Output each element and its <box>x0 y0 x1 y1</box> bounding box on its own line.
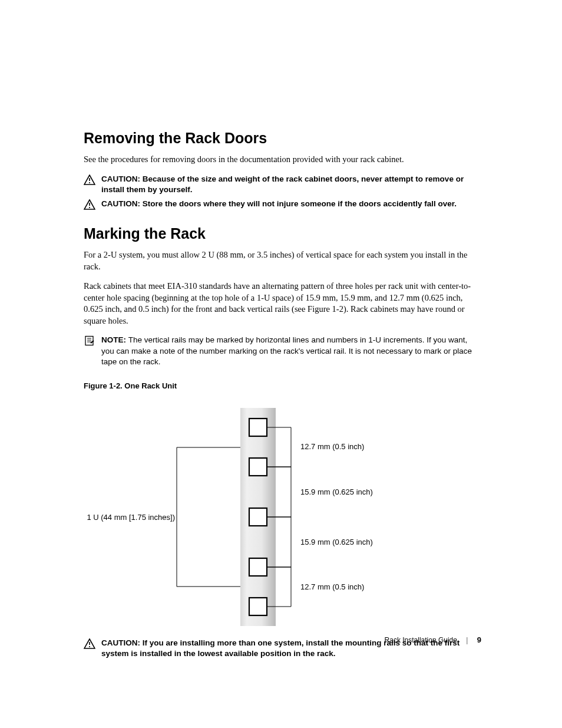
figure-label-dim: 12.7 mm (0.5 inch) <box>300 442 364 451</box>
caution-text: CAUTION: Store the doors where they will… <box>99 199 457 209</box>
footer-separator: | <box>466 636 468 644</box>
figure-caption: Figure 1-2. One Rack Unit <box>84 381 481 390</box>
figure-one-rack-unit: 1 U (44 mm [1.75 inches]) 12.7 mm (0.5 i… <box>84 408 481 626</box>
figure-label-dim: 15.9 mm (0.625 inch) <box>300 487 373 496</box>
svg-rect-13 <box>249 508 267 526</box>
caution-admonition: CAUTION: Because of the size and weight … <box>84 174 481 195</box>
caution-body: Store the doors where they will not inju… <box>143 199 457 208</box>
svg-point-5 <box>89 207 90 208</box>
svg-rect-6 <box>85 337 93 345</box>
caution-icon <box>84 199 99 210</box>
paragraph: See the procedures for removing doors in… <box>84 154 481 166</box>
note-label: NOTE: <box>101 335 128 344</box>
heading-marking-the-rack: Marking the Rack <box>84 225 481 242</box>
note-text: NOTE: The vertical rails may be marked b… <box>99 335 481 367</box>
footer-title: Rack Installation Guide <box>385 636 457 644</box>
svg-rect-15 <box>249 598 267 615</box>
note-body: The vertical rails may be marked by hori… <box>101 335 472 365</box>
caution-admonition: CAUTION: Store the doors where they will… <box>84 199 481 210</box>
paragraph: Rack cabinets that meet EIA-310 standard… <box>84 281 481 327</box>
caution-label: CAUTION: <box>101 638 143 647</box>
figure-label-dim: 15.9 mm (0.625 inch) <box>300 538 373 546</box>
caution-text: CAUTION: Because of the size and weight … <box>99 174 481 195</box>
paragraph: For a 2-U system, you must allow 2 U (88… <box>84 249 481 272</box>
caution-icon <box>84 638 99 649</box>
footer-page-number: 9 <box>477 635 481 644</box>
caution-label: CAUTION: <box>101 199 143 208</box>
figure-label-dim: 12.7 mm (0.5 inch) <box>300 582 364 591</box>
caution-icon <box>84 174 99 185</box>
svg-point-33 <box>89 646 90 647</box>
note-icon <box>84 335 99 346</box>
page-footer: Rack Installation Guide | 9 <box>385 635 481 644</box>
page-content: Removing the Rack Doors See the procedur… <box>0 0 562 659</box>
svg-rect-12 <box>249 458 267 476</box>
svg-point-2 <box>89 182 90 183</box>
svg-rect-11 <box>249 419 267 436</box>
note-admonition: NOTE: The vertical rails may be marked b… <box>84 335 481 367</box>
caution-label: CAUTION: <box>101 174 143 183</box>
svg-rect-14 <box>249 558 267 576</box>
caution-body: Because of the size and weight of the ra… <box>101 174 464 194</box>
figure-label-left: 1 U (44 mm [1.75 inches]) <box>84 513 175 522</box>
heading-removing-rack-doors: Removing the Rack Doors <box>84 130 481 147</box>
